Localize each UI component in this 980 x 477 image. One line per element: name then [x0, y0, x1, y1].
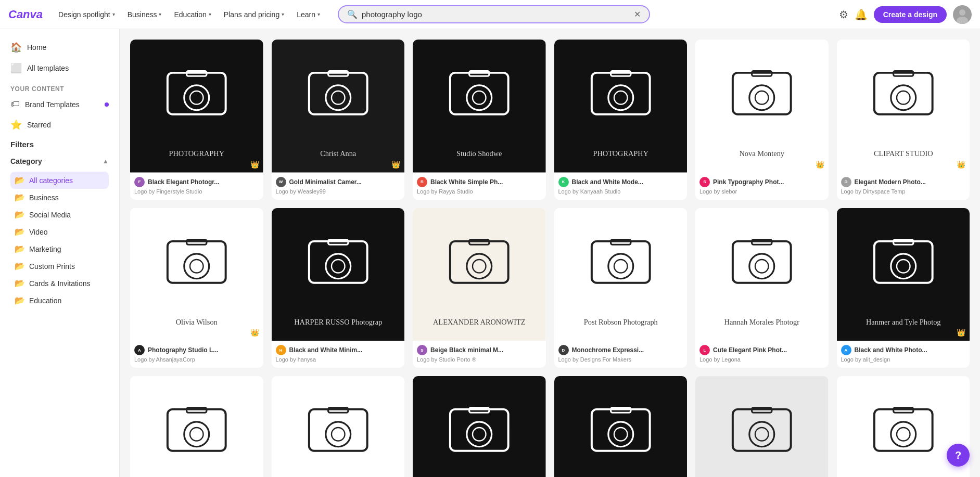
template-name: Beige Black minimal M...	[430, 346, 503, 354]
nav-design-spotlight[interactable]: Design spotlight ▾	[53, 7, 120, 22]
svg-text:PHOTOGRAPHY: PHOTOGRAPHY	[593, 149, 648, 158]
author-avatar: A	[134, 345, 145, 355]
sidebar-category-item[interactable]: 📂 Business	[10, 189, 109, 206]
svg-rect-87	[413, 376, 546, 477]
crown-badge: 👑	[250, 328, 259, 337]
star-icon: ⭐	[10, 119, 22, 131]
nav-business[interactable]: Business ▾	[122, 7, 167, 22]
author-avatar: L	[699, 345, 710, 355]
svg-text:Post Robson Photograph: Post Robson Photograph	[583, 317, 657, 326]
sidebar-item-starred[interactable]: ⭐ Starred	[4, 115, 115, 135]
canva-logo[interactable]: Canva	[8, 8, 43, 21]
sidebar-category-item[interactable]: 📂 Custom Prints	[10, 257, 109, 275]
category-icon: 📂	[15, 295, 25, 305]
home-icon: 🏠	[10, 42, 22, 53]
template-name: Elegant Modern Photo...	[855, 178, 926, 186]
nav-learn[interactable]: Learn ▾	[291, 7, 325, 22]
template-author: Logo by Fingerstyle Studio	[134, 188, 259, 195]
template-card[interactable]: ALEXANDER ARONOWITZ SBeige Black minimal…	[413, 208, 546, 368]
sidebar-item-all-templates[interactable]: ⬜ All templates	[4, 58, 115, 78]
help-button[interactable]: ?	[947, 444, 970, 467]
template-author: Logo by alit_design	[841, 356, 966, 363]
create-design-button[interactable]: Create a design	[874, 6, 947, 23]
category-icon: 📂	[15, 192, 25, 202]
template-thumbnail: ALEXANDER ARONOWITZ	[413, 208, 546, 341]
template-card[interactable]: PHOTOGRAPHY KBlack and White Mode...Logo…	[554, 40, 688, 200]
category-icon: 📂	[15, 175, 25, 185]
svg-text:Nova Monteny: Nova Monteny	[739, 149, 784, 158]
category-icon: 📂	[15, 261, 25, 271]
svg-rect-93	[554, 376, 688, 477]
chevron-down-icon: ▾	[112, 11, 115, 17]
template-card[interactable]: Nova Monteny 👑SPink Typography Phot...Lo…	[695, 40, 829, 200]
author-avatar: A	[841, 345, 851, 355]
sidebar-category-item[interactable]: 📂 Marketing	[10, 240, 109, 257]
template-author: Logo by Rayya Studio	[417, 188, 542, 195]
logo-text: Canva	[8, 8, 43, 21]
sidebar-category-item[interactable]: 📂 Cards & Invitations	[10, 275, 109, 292]
svg-text:PHOTOGRAPHY: PHOTOGRAPHY	[169, 149, 224, 158]
sidebar-item-home[interactable]: 🏠 Home	[4, 37, 115, 57]
author-avatar: R	[417, 177, 427, 187]
category-icon: 📂	[15, 244, 25, 254]
template-thumbnail: Christ Anna 👑	[272, 40, 405, 173]
template-card[interactable]: Olivia Wilson 👑APhotography Studio L...L…	[130, 208, 263, 368]
svg-text:HARPER RUSSO Photograp: HARPER RUSSO Photograp	[294, 317, 382, 326]
template-card[interactable]: Hannah Morales Photogr LCute Elegant Pin…	[695, 208, 829, 368]
template-author: Logo by Dirtyspace Temp	[841, 188, 966, 195]
template-card[interactable]: CLIPART STUDIO 👑DElegant Modern Photo...…	[837, 40, 970, 200]
sidebar-item-brand-templates[interactable]: 🏷 Brand Templates	[4, 95, 115, 114]
template-name: Photography Studio L...	[148, 346, 218, 354]
nav-plans-pricing[interactable]: Plans and pricing ▾	[219, 7, 289, 22]
template-card[interactable]: Studio Shodwe RBlack White Simple Ph...L…	[413, 40, 546, 200]
template-card[interactable]: Post Robson Photograph DMonochrome Expre…	[554, 208, 688, 368]
template-card[interactable]: WARNER & SPENCER Photo WWarner & Spencer…	[695, 376, 829, 477]
filters-section: Filters Category ▲ 📂 All categories📂 Bus…	[4, 136, 115, 311]
notifications-icon[interactable]: 🔔	[855, 8, 868, 21]
template-author: Logo by Kanyaah Studio	[558, 188, 683, 195]
template-card[interactable]: Clara Wilson Photograp SIllustrative Pho…	[130, 376, 263, 477]
category-icon: 📂	[15, 227, 25, 237]
category-list: 📂 All categories📂 Business📂 Social Media…	[10, 172, 109, 309]
svg-rect-99	[695, 376, 829, 477]
sidebar-category-item[interactable]: 📂 Social Media	[10, 206, 109, 223]
template-card[interactable]: Creative Studio CCreative Studio Logo...…	[413, 376, 546, 477]
template-author: Logo by AhsanjayaCorp	[134, 356, 259, 363]
sidebar-category-item[interactable]: 📂 All categories	[10, 172, 109, 189]
template-card[interactable]: PHOTOGRAPHY 👑FBlack Elegant Photogr...Lo…	[130, 40, 263, 200]
template-card[interactable]: PHOTO PRO STUDIOS PPhoto Pro Studios...L…	[554, 376, 688, 477]
svg-text:ALEXANDER ARONOWITZ: ALEXANDER ARONOWITZ	[433, 317, 525, 326]
svg-point-1	[959, 9, 965, 16]
search-input[interactable]	[362, 10, 630, 19]
clear-search-icon[interactable]: ✕	[634, 9, 641, 19]
sidebar-category-item[interactable]: 📂 Education	[10, 292, 109, 309]
author-avatar: K	[558, 177, 569, 187]
search-icon: 🔍	[347, 9, 358, 19]
sidebar-category-item[interactable]: 📂 Video	[10, 223, 109, 240]
template-card[interactable]: Samir Khalid Photograp SMinimalist Camer…	[272, 376, 405, 477]
template-card[interactable]: Christ Anna 👑WGold Minimalist Camer...Lo…	[272, 40, 405, 200]
template-thumbnail: Hanmer and Tyle Photog 👑	[837, 208, 970, 341]
template-card[interactable]: HARPER RUSSO Photograp HBlack and White …	[272, 208, 405, 368]
template-author: Logo by Legona	[699, 356, 824, 363]
template-thumbnail: PHOTOGRAPHY 👑	[130, 40, 263, 173]
template-thumbnail: Olivia Wilson 👑	[130, 208, 263, 341]
category-header[interactable]: Category ▲	[10, 155, 109, 167]
template-thumbnail: Creative Studio	[413, 376, 546, 477]
author-avatar: D	[558, 345, 569, 355]
chevron-down-icon: ▾	[317, 11, 320, 17]
chevron-down-icon: ▾	[159, 11, 161, 17]
author-avatar: S	[699, 177, 710, 187]
search-bar[interactable]: 🔍 ✕	[338, 5, 650, 23]
nav-education[interactable]: Education ▾	[169, 7, 216, 22]
brand-badge	[105, 102, 109, 107]
main-content: PHOTOGRAPHY 👑FBlack Elegant Photogr...Lo…	[120, 29, 980, 477]
template-card[interactable]: Hanmer and Tyle Photog 👑ABlack and White…	[837, 208, 970, 368]
author-avatar: S	[417, 345, 427, 355]
template-author: Logo by slebor	[699, 188, 824, 195]
settings-icon[interactable]: ⚙	[839, 8, 848, 21]
template-author: Logo by Designs For Makers	[558, 356, 683, 363]
user-avatar[interactable]	[953, 5, 972, 24]
template-name: Black and White Photo...	[855, 346, 927, 354]
template-thumbnail: Clara Wilson Photograp	[130, 376, 263, 477]
